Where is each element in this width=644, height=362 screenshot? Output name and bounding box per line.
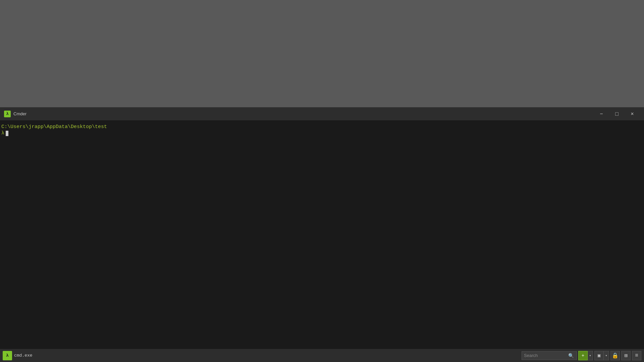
app-icon-label: λ — [6, 112, 8, 116]
menu-button[interactable]: ≡ — [632, 351, 641, 360]
hamburger-icon: ≡ — [635, 353, 638, 359]
split-dropdown-icon: ▾ — [605, 354, 607, 358]
lock-button[interactable]: 🔒 — [610, 351, 620, 360]
lock-icon: 🔒 — [612, 352, 619, 359]
split-icon: ▣ — [598, 353, 600, 358]
status-bar: λ cmd.exe 🔍 + ▾ ▣ ▾ — [0, 349, 644, 362]
add-tab-group: + ▾ — [578, 351, 593, 360]
title-bar: λ Cmder − □ × — [0, 107, 644, 121]
app-icon: λ — [4, 111, 11, 117]
maximize-button[interactable]: □ — [609, 107, 625, 121]
split-view-dropdown-button[interactable]: ▾ — [604, 351, 609, 360]
status-app-icon[interactable]: λ — [3, 351, 12, 360]
terminal-prompt-line: λ — [1, 130, 643, 136]
status-bar-left: λ cmd.exe — [3, 351, 522, 360]
search-icon-button[interactable]: 🔍 — [568, 353, 575, 358]
close-button[interactable]: × — [625, 107, 640, 121]
layout-button[interactable]: ⊞ — [621, 351, 631, 360]
terminal-path-line: C:\Users\jrapp\AppData\Desktop\test — [1, 123, 643, 130]
terminal-lambda-symbol: λ — [1, 130, 4, 136]
window-controls: − □ × — [594, 107, 640, 121]
search-box: 🔍 — [522, 351, 577, 360]
grid-icon: ⊞ — [624, 352, 628, 359]
status-icon-label: λ — [6, 353, 9, 358]
terminal-area[interactable]: C:\Users\jrapp\AppData\Desktop\test λ — [0, 121, 644, 349]
add-icon: + — [582, 353, 584, 358]
window-title: Cmder — [13, 111, 594, 116]
split-view-group: ▣ ▾ — [594, 351, 609, 360]
add-tab-button[interactable]: + — [578, 351, 588, 360]
split-view-button[interactable]: ▣ — [594, 351, 604, 360]
status-process-name: cmd.exe — [14, 353, 33, 358]
status-bar-right: 🔍 + ▾ ▣ ▾ 🔒 ⊞ — [522, 351, 641, 360]
add-tab-dropdown-button[interactable]: ▾ — [588, 351, 593, 360]
terminal-cursor — [6, 131, 8, 136]
minimize-button[interactable]: − — [594, 107, 609, 121]
search-input[interactable] — [524, 353, 568, 358]
add-dropdown-icon: ▾ — [589, 354, 591, 358]
search-icon: 🔍 — [568, 353, 574, 358]
desktop-background — [0, 0, 644, 107]
